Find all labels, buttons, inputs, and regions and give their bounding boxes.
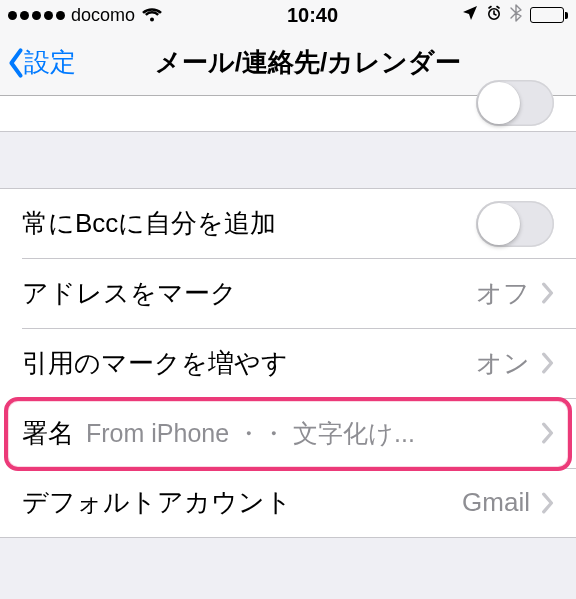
- signal-strength-icon: [8, 11, 65, 20]
- row-default-account[interactable]: デフォルトアカウント Gmail: [0, 468, 576, 538]
- row-value: Gmail: [462, 487, 530, 518]
- row-increase-quote[interactable]: 引用のマークを増やす オン: [0, 328, 576, 398]
- chevron-right-icon: [540, 352, 554, 374]
- row-value: オン: [476, 346, 530, 381]
- row-value: オフ: [476, 276, 530, 311]
- alarm-icon: [486, 5, 502, 26]
- row-label: 署名: [22, 416, 74, 451]
- battery-icon: [530, 7, 568, 23]
- toggle-switch[interactable]: [476, 80, 554, 126]
- row-label: デフォルトアカウント: [22, 485, 292, 520]
- row-mark-addresses[interactable]: アドレスをマーク オフ: [0, 258, 576, 328]
- settings-group: 常にBccに自分を追加 アドレスをマーク オフ 引用のマークを増やす オン 署名…: [0, 188, 576, 538]
- chevron-right-icon: [540, 282, 554, 304]
- toggle-bcc[interactable]: [476, 201, 554, 247]
- back-button[interactable]: 設定: [6, 45, 76, 80]
- section-gap: [0, 132, 576, 188]
- row-label: 引用のマークを増やす: [22, 346, 288, 381]
- row-signature[interactable]: 署名 From iPhone ・・ 文字化け...: [0, 398, 576, 468]
- clock: 10:40: [287, 4, 338, 27]
- row-secondary: From iPhone ・・ 文字化け...: [86, 417, 530, 450]
- page-title: メール/連絡先/カレンダー: [115, 45, 461, 80]
- status-left: docomo: [8, 5, 163, 26]
- location-icon: [462, 5, 478, 26]
- wifi-icon: [141, 7, 163, 23]
- row-label: アドレスをマーク: [22, 276, 237, 311]
- chevron-right-icon: [540, 422, 554, 444]
- row-always-bcc[interactable]: 常にBccに自分を追加: [0, 188, 576, 258]
- chevron-right-icon: [540, 492, 554, 514]
- carrier-label: docomo: [71, 5, 135, 26]
- status-bar: docomo 10:40: [0, 0, 576, 30]
- back-label: 設定: [24, 45, 76, 80]
- status-right: [462, 4, 568, 27]
- partial-row: [0, 96, 576, 132]
- row-label: 常にBccに自分を追加: [22, 206, 276, 241]
- bluetooth-icon: [510, 4, 522, 27]
